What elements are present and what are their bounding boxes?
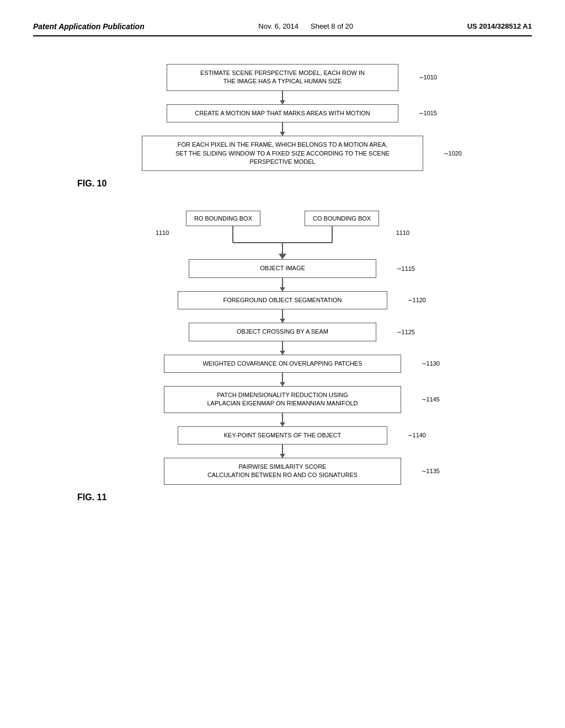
merge-arrows-svg — [172, 226, 393, 259]
box-1120-text: FOREGROUND OBJECT SEGMENTATION — [223, 297, 342, 303]
ref-1115: ∼1115 — [397, 265, 415, 272]
ref-1135: ∼1135 — [422, 468, 440, 475]
ref-1120: ∼1120 — [408, 297, 426, 304]
page-header: Patent Application Publication Nov. 6, 2… — [33, 22, 532, 36]
flow-box-1145: PATCH DIMENSIONALITY REDUCTION USING LAP… — [164, 386, 401, 413]
ref-1020: ∼1020 — [444, 150, 462, 157]
arrow-1010-1015 — [282, 91, 283, 104]
box-1145-text: PATCH DIMENSIONALITY REDUCTION USING LAP… — [207, 392, 358, 406]
box-1140-text: KEY-POINT SEGMENTS OF THE OBJECT — [224, 432, 342, 438]
ref-1010: ∼1010 — [419, 74, 437, 81]
flow-box-1020: FOR EACH PIXEL IN THE FRAME, WHICH BELON… — [142, 136, 423, 171]
flow-box-1140: KEY-POINT SEGMENTS OF THE OBJECT — [178, 426, 387, 445]
flow-box-1010: ESTIMATE SCENE PERSPECTIVE MODEL, EACH R… — [167, 64, 398, 91]
box-1015-text: CREATE A MOTION MAP THAT MARKS AREAS WIT… — [195, 110, 370, 116]
ref-1015: ∼1015 — [419, 110, 437, 117]
box-1125-text: OBJECT CROSSING BY A SEAM — [237, 328, 328, 335]
ref-1140: ∼1140 — [408, 432, 426, 439]
arrow-1120-1125 — [282, 309, 283, 323]
arrow-1015-1020 — [282, 122, 283, 136]
box-1135-text: PAIRWISE SIMILARITY SCORE CALCULATION BE… — [207, 463, 358, 478]
box-1115-text: OBJECT IMAGE — [260, 265, 305, 271]
fig11-flowchart: OBJECT IMAGE ∼1115 FOREGROUND OBJECT SEG… — [33, 259, 532, 485]
flow-box-1015: CREATE A MOTION MAP THAT MARKS AREAS WIT… — [167, 104, 398, 122]
arrow-1115-1120 — [282, 278, 283, 291]
ro-bounding-box: RO BOUNDING BOX — [186, 211, 260, 226]
arrow-1125-1130 — [282, 341, 283, 355]
svg-marker-4 — [279, 254, 286, 259]
fig10-section: ESTIMATE SCENE PERSPECTIVE MODEL, EACH R… — [33, 64, 532, 189]
header-center: Nov. 6, 2014 Sheet 8 of 20 — [258, 22, 353, 30]
flow-box-1135: PAIRWISE SIMILARITY SCORE CALCULATION BE… — [164, 458, 401, 485]
fig10-flowchart: ESTIMATE SCENE PERSPECTIVE MODEL, EACH R… — [33, 64, 532, 171]
fig10-label: FIG. 10 — [77, 179, 532, 189]
publication-date: Nov. 6, 2014 — [258, 22, 299, 30]
box-1020-text: FOR EACH PIXEL IN THE FRAME, WHICH BELON… — [175, 141, 390, 165]
flow-box-1115: OBJECT IMAGE — [189, 259, 376, 277]
page: Patent Application Publication Nov. 6, 2… — [0, 0, 565, 728]
co-bounding-branch: CO BOUNDING BOX 1110 — [305, 211, 379, 226]
co-bounding-box: CO BOUNDING BOX — [305, 211, 379, 226]
arrow-1140-1135 — [282, 445, 283, 458]
box-1010-text: ESTIMATE SCENE PERSPECTIVE MODEL, EACH R… — [200, 69, 365, 84]
flow-box-1120: FOREGROUND OBJECT SEGMENTATION — [178, 291, 387, 309]
ro-bounding-branch: RO BOUNDING BOX 1110 — [186, 211, 260, 226]
ref-1110-right: 1110 — [396, 229, 409, 236]
arrow-1130-1145 — [282, 373, 283, 386]
arrow-1145-1140 — [282, 413, 283, 426]
patent-number: US 2014/328512 A1 — [467, 22, 532, 30]
flow-box-1130: WEIGHTED COVARIANCE ON OVERLAPPING PATCH… — [164, 355, 401, 373]
ref-1145: ∼1145 — [422, 396, 440, 403]
fig11-section: RO BOUNDING BOX 1110 CO BOUNDING BOX 111… — [33, 211, 532, 502]
ro-bounding-text: RO BOUNDING BOX — [194, 215, 252, 222]
fig11-label: FIG. 11 — [77, 493, 532, 502]
box-1130-text: WEIGHTED COVARIANCE ON OVERLAPPING PATCH… — [202, 360, 362, 367]
ref-1130: ∼1130 — [422, 360, 440, 367]
co-bounding-text: CO BOUNDING BOX — [313, 215, 371, 222]
publication-title: Patent Application Publication — [33, 22, 145, 31]
sheet-number: Sheet 8 of 20 — [311, 22, 353, 30]
ref-1110-left: 1110 — [156, 229, 169, 236]
ref-1125: ∼1125 — [397, 328, 415, 335]
flow-box-1125: OBJECT CROSSING BY A SEAM — [189, 323, 376, 341]
